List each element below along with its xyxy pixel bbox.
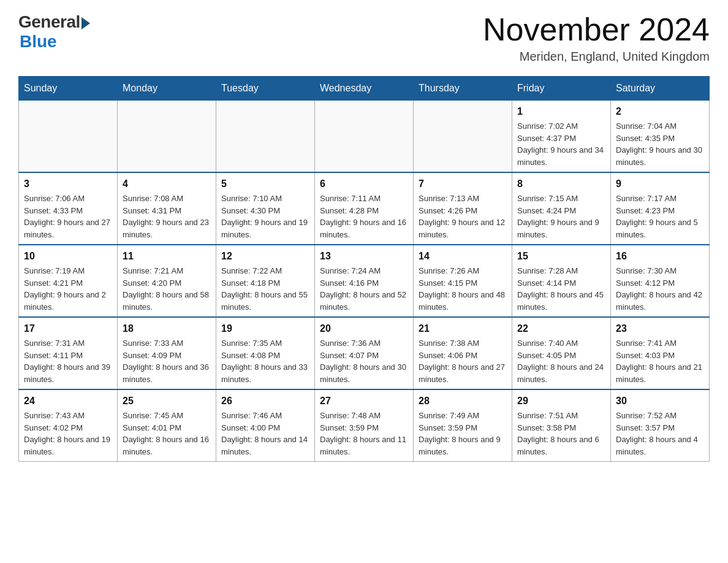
day-info: Sunset: 4:26 PM bbox=[419, 205, 507, 217]
day-info: Sunset: 4:28 PM bbox=[320, 205, 408, 217]
day-number: 2 bbox=[616, 104, 704, 119]
calendar-cell: 10Sunrise: 7:19 AMSunset: 4:21 PMDayligh… bbox=[19, 245, 118, 317]
day-number: 16 bbox=[616, 249, 704, 264]
day-info: Daylight: 8 hours and 14 minutes. bbox=[221, 434, 309, 458]
calendar-cell bbox=[414, 101, 512, 173]
day-number: 22 bbox=[517, 321, 605, 336]
calendar-cell: 27Sunrise: 7:48 AMSunset: 3:59 PMDayligh… bbox=[315, 389, 414, 462]
header-day-tuesday: Tuesday bbox=[216, 77, 315, 101]
day-info: Daylight: 8 hours and 24 minutes. bbox=[517, 361, 605, 385]
day-number: 12 bbox=[221, 249, 309, 264]
day-info: Daylight: 8 hours and 33 minutes. bbox=[221, 361, 309, 385]
day-info: Daylight: 8 hours and 55 minutes. bbox=[221, 289, 309, 313]
day-info: Sunrise: 7:38 AM bbox=[419, 337, 507, 350]
day-info: Sunset: 4:30 PM bbox=[221, 205, 309, 217]
day-info: Daylight: 8 hours and 27 minutes. bbox=[419, 361, 507, 385]
day-info: Sunset: 4:35 PM bbox=[616, 132, 704, 145]
calendar-cell: 23Sunrise: 7:41 AMSunset: 4:03 PMDayligh… bbox=[611, 317, 710, 389]
calendar-week-2: 3Sunrise: 7:06 AMSunset: 4:33 PMDaylight… bbox=[19, 172, 710, 245]
day-info: Sunset: 3:58 PM bbox=[517, 422, 605, 434]
day-info: Sunrise: 7:51 AM bbox=[517, 410, 605, 422]
day-info: Daylight: 9 hours and 2 minutes. bbox=[24, 289, 112, 313]
day-info: Daylight: 9 hours and 30 minutes. bbox=[616, 144, 704, 168]
month-title: November 2024 bbox=[483, 12, 710, 47]
day-info: Sunset: 4:12 PM bbox=[616, 277, 704, 289]
calendar-cell: 9Sunrise: 7:17 AMSunset: 4:23 PMDaylight… bbox=[611, 172, 710, 245]
day-info: Daylight: 8 hours and 6 minutes. bbox=[517, 434, 605, 458]
calendar-cell: 18Sunrise: 7:33 AMSunset: 4:09 PMDayligh… bbox=[118, 317, 216, 389]
day-number: 4 bbox=[123, 177, 211, 191]
day-info: Sunrise: 7:41 AM bbox=[616, 337, 704, 350]
day-info: Daylight: 9 hours and 23 minutes. bbox=[123, 216, 211, 240]
day-info: Sunset: 4:23 PM bbox=[616, 205, 704, 217]
day-info: Sunset: 3:59 PM bbox=[320, 422, 408, 434]
day-number: 28 bbox=[419, 394, 507, 408]
day-info: Sunrise: 7:46 AM bbox=[221, 410, 309, 422]
day-info: Daylight: 8 hours and 42 minutes. bbox=[616, 289, 704, 313]
day-info: Daylight: 8 hours and 9 minutes. bbox=[419, 434, 507, 458]
day-number: 30 bbox=[616, 394, 704, 408]
header-day-thursday: Thursday bbox=[414, 77, 512, 101]
calendar-header: SundayMondayTuesdayWednesdayThursdayFrid… bbox=[19, 77, 710, 101]
day-info: Daylight: 9 hours and 5 minutes. bbox=[616, 216, 704, 240]
day-info: Daylight: 8 hours and 58 minutes. bbox=[123, 289, 211, 313]
calendar-cell: 20Sunrise: 7:36 AMSunset: 4:07 PMDayligh… bbox=[315, 317, 414, 389]
day-info: Sunset: 4:24 PM bbox=[517, 205, 605, 217]
calendar-week-5: 24Sunrise: 7:43 AMSunset: 4:02 PMDayligh… bbox=[19, 389, 710, 462]
day-number: 18 bbox=[123, 321, 211, 336]
day-number: 29 bbox=[517, 394, 605, 408]
day-info: Sunset: 4:18 PM bbox=[221, 277, 309, 289]
day-number: 20 bbox=[320, 321, 408, 336]
day-number: 3 bbox=[24, 177, 112, 191]
day-number: 23 bbox=[616, 321, 704, 336]
day-info: Sunset: 4:02 PM bbox=[24, 422, 112, 434]
day-info: Daylight: 9 hours and 27 minutes. bbox=[24, 216, 112, 240]
day-info: Daylight: 9 hours and 12 minutes. bbox=[419, 216, 507, 240]
day-info: Daylight: 8 hours and 19 minutes. bbox=[24, 434, 112, 458]
day-info: Daylight: 8 hours and 39 minutes. bbox=[24, 361, 112, 385]
day-info: Daylight: 9 hours and 9 minutes. bbox=[517, 216, 605, 240]
calendar-cell: 26Sunrise: 7:46 AMSunset: 4:00 PMDayligh… bbox=[216, 389, 315, 462]
day-info: Sunrise: 7:52 AM bbox=[616, 410, 704, 422]
day-info: Sunset: 4:15 PM bbox=[419, 277, 507, 289]
day-info: Sunrise: 7:48 AM bbox=[320, 410, 408, 422]
calendar-cell bbox=[315, 101, 414, 173]
day-info: Sunset: 4:37 PM bbox=[517, 132, 605, 145]
day-info: Daylight: 9 hours and 16 minutes. bbox=[320, 216, 408, 240]
day-info: Sunrise: 7:22 AM bbox=[221, 265, 309, 277]
day-number: 5 bbox=[221, 177, 309, 191]
calendar-cell: 7Sunrise: 7:13 AMSunset: 4:26 PMDaylight… bbox=[414, 172, 512, 245]
day-number: 17 bbox=[24, 321, 112, 336]
calendar-week-4: 17Sunrise: 7:31 AMSunset: 4:11 PMDayligh… bbox=[19, 317, 710, 389]
header-right: November 2024 Meriden, England, United K… bbox=[483, 12, 710, 64]
day-info: Sunrise: 7:40 AM bbox=[517, 337, 605, 350]
day-number: 10 bbox=[24, 249, 112, 264]
calendar-cell: 15Sunrise: 7:28 AMSunset: 4:14 PMDayligh… bbox=[512, 245, 611, 317]
day-info: Sunrise: 7:31 AM bbox=[24, 337, 112, 350]
day-info: Sunset: 4:33 PM bbox=[24, 205, 112, 217]
day-info: Daylight: 8 hours and 11 minutes. bbox=[320, 434, 408, 458]
day-info: Daylight: 8 hours and 16 minutes. bbox=[123, 434, 211, 458]
calendar-cell: 12Sunrise: 7:22 AMSunset: 4:18 PMDayligh… bbox=[216, 245, 315, 317]
day-info: Sunrise: 7:21 AM bbox=[123, 265, 211, 277]
day-info: Sunrise: 7:04 AM bbox=[616, 120, 704, 132]
calendar-cell bbox=[216, 101, 315, 173]
page-header: General Blue November 2024 Meriden, Engl… bbox=[18, 12, 710, 64]
header-day-monday: Monday bbox=[118, 77, 216, 101]
calendar-cell: 13Sunrise: 7:24 AMSunset: 4:16 PMDayligh… bbox=[315, 245, 414, 317]
day-info: Daylight: 9 hours and 19 minutes. bbox=[221, 216, 309, 240]
calendar-cell: 1Sunrise: 7:02 AMSunset: 4:37 PMDaylight… bbox=[512, 101, 611, 173]
calendar-cell: 8Sunrise: 7:15 AMSunset: 4:24 PMDaylight… bbox=[512, 172, 611, 245]
day-info: Sunrise: 7:02 AM bbox=[517, 120, 605, 132]
day-number: 11 bbox=[123, 249, 211, 264]
calendar-week-3: 10Sunrise: 7:19 AMSunset: 4:21 PMDayligh… bbox=[19, 245, 710, 317]
day-info: Daylight: 8 hours and 30 minutes. bbox=[320, 361, 408, 385]
day-number: 27 bbox=[320, 394, 408, 408]
day-info: Sunrise: 7:06 AM bbox=[24, 193, 112, 205]
day-info: Daylight: 8 hours and 21 minutes. bbox=[616, 361, 704, 385]
day-info: Sunrise: 7:30 AM bbox=[616, 265, 704, 277]
day-number: 6 bbox=[320, 177, 408, 191]
logo-blue-text: Blue bbox=[20, 32, 57, 52]
day-info: Sunrise: 7:10 AM bbox=[221, 193, 309, 205]
calendar-cell: 25Sunrise: 7:45 AMSunset: 4:01 PMDayligh… bbox=[118, 389, 216, 462]
